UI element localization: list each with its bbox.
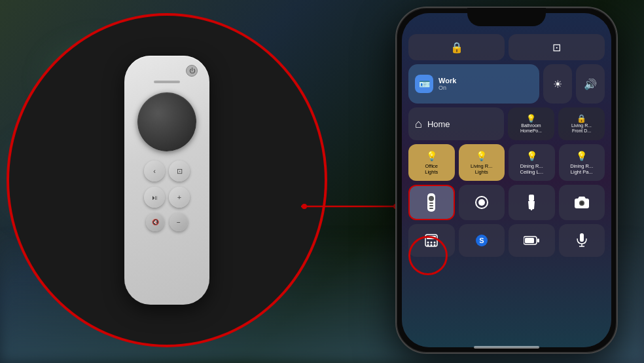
living-front-tile[interactable]: 🔒 Living R...Front D... (558, 107, 605, 140)
svg-rect-19 (427, 236, 436, 239)
lower-buttons: ⏯ + (144, 187, 190, 208)
iphone: 🔒 ⊡ 🪪 Work On ☀ 🔊 (395, 7, 618, 354)
focus-text: Work On (438, 77, 456, 91)
office-lights-label: OfficeLights (425, 163, 438, 175)
mic-indicator (154, 81, 180, 83)
remote-top-section: ⏻ (124, 65, 209, 154)
top-row: 🔒 ⊡ (408, 34, 605, 60)
calculator-tile[interactable] (408, 224, 455, 257)
svg-point-17 (580, 202, 583, 205)
sounds-tile[interactable] (559, 224, 605, 257)
remote-circle: ⏻ ‹ ⊡ ⏯ + 🔇 − (7, 13, 327, 347)
iphone-notch (467, 8, 546, 26)
living-front-label: Living R...Front D... (571, 123, 592, 133)
bathroom-icon: 💡 (526, 114, 536, 123)
remote-tile[interactable] (408, 185, 455, 220)
record-icon (475, 196, 488, 209)
remote-icon (424, 193, 438, 212)
mute-button[interactable]: 🔇 (146, 213, 164, 231)
battery-tile[interactable] (509, 224, 555, 257)
dining-light-tile[interactable]: 💡 Dining R...Light Pa... (559, 144, 605, 181)
focus-icon: 🪪 (415, 75, 433, 93)
lock-tile-icon: 🔒 (577, 114, 586, 123)
flashlight-tile[interactable] (509, 185, 555, 220)
svg-rect-10 (529, 195, 534, 201)
lights-grid: 💡 OfficeLights 💡 Living R...Lights 💡 Din… (408, 144, 605, 181)
svg-marker-15 (578, 197, 586, 199)
plus-button[interactable]: + (169, 187, 190, 208)
tv-button[interactable]: ⊡ (169, 161, 190, 182)
svg-point-22 (434, 242, 436, 244)
svg-point-4 (429, 196, 434, 201)
svg-rect-29 (537, 239, 539, 242)
focus-row: 🪪 Work On ☀ 🔊 (408, 64, 605, 104)
svg-rect-5 (429, 202, 433, 204)
sounds-icon (576, 233, 588, 248)
bathroom-tile[interactable]: 💡 BathroomHomePo... (508, 107, 554, 140)
power-button[interactable]: ⏻ (186, 65, 198, 77)
svg-text:S: S (479, 237, 484, 244)
svg-rect-31 (580, 233, 584, 242)
iphone-wrapper: 🔒 ⊡ 🪪 Work On ☀ 🔊 (382, 7, 631, 360)
bottom-buttons: 🔇 − (146, 213, 188, 231)
dining-light-icon: 💡 (576, 151, 587, 161)
living-lights-icon: 💡 (476, 151, 487, 161)
office-lights-tile[interactable]: 💡 OfficeLights (408, 144, 455, 181)
svg-point-21 (431, 242, 433, 244)
svg-point-24 (431, 244, 433, 246)
focus-sublabel: On (438, 85, 456, 91)
svg-point-20 (427, 242, 429, 244)
battery-icon (524, 236, 539, 245)
dining-ceiling-label: Dining R...Ceiling L... (520, 163, 543, 175)
trackpad[interactable] (137, 92, 196, 151)
svg-point-25 (434, 244, 436, 246)
shazam-icon: S (475, 234, 488, 247)
svg-rect-30 (525, 238, 534, 243)
home-label: Home (427, 119, 450, 129)
iphone-screen: 🔒 ⊡ 🪪 Work On ☀ 🔊 (402, 13, 611, 347)
living-lights-label: Living R...Lights (471, 163, 492, 175)
camera-icon (575, 197, 589, 208)
svg-point-23 (427, 244, 429, 246)
calculator-icon (425, 234, 438, 247)
shazam-tile[interactable]: S (459, 224, 505, 257)
record-tile[interactable] (459, 185, 505, 220)
svg-point-9 (478, 199, 485, 206)
home-icon: ⌂ (415, 117, 422, 131)
home-button[interactable]: ⌂ Home (408, 107, 504, 140)
bottom-row: S (408, 224, 605, 257)
dining-ceiling-icon: 💡 (526, 151, 537, 161)
focus-button[interactable]: 🪪 Work On (408, 64, 539, 104)
control-row (408, 185, 605, 220)
dining-light-label: Dining R...Light Pa... (570, 163, 593, 175)
control-center: 🔒 ⊡ 🪪 Work On ☀ 🔊 (402, 13, 611, 347)
back-button[interactable]: ‹ (144, 161, 165, 182)
remote-power-row: ⏻ (132, 65, 202, 77)
flashlight-icon (527, 195, 536, 210)
svg-rect-6 (429, 205, 433, 206)
remote-body: ⏻ ‹ ⊡ ⏯ + 🔇 − (124, 56, 209, 305)
office-lights-icon: 💡 (426, 151, 437, 161)
mid-buttons: ‹ ⊡ (144, 161, 190, 182)
svg-rect-7 (429, 208, 433, 209)
sound-button[interactable]: 🔊 (576, 64, 605, 104)
bathroom-label: BathroomHomePo... (520, 123, 542, 133)
home-indicator (474, 346, 539, 349)
lock-button[interactable]: 🔒 (408, 34, 505, 60)
focus-label: Work (438, 77, 456, 85)
camera-tile[interactable] (559, 185, 605, 220)
airplay-button[interactable]: ⊡ (509, 34, 605, 60)
living-lights-tile[interactable]: 💡 Living R...Lights (459, 144, 505, 181)
dining-ceiling-tile[interactable]: 💡 Dining R...Ceiling L... (509, 144, 555, 181)
home-row: ⌂ Home 💡 BathroomHomePo... 🔒 Living R...… (408, 107, 605, 140)
brightness-button[interactable]: ☀ (543, 64, 572, 104)
play-pause-button[interactable]: ⏯ (144, 187, 165, 208)
minus-button[interactable]: − (170, 213, 188, 231)
